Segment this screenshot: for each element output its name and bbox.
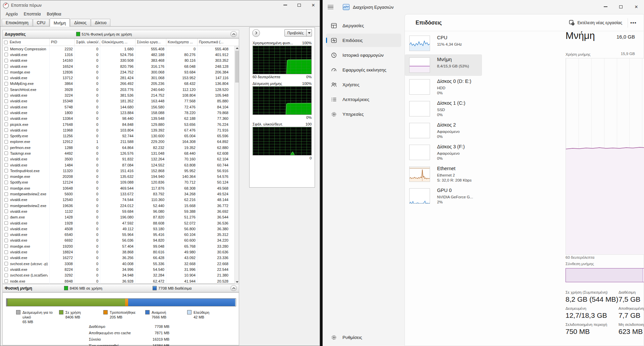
- process-checkbox[interactable]: [4, 122, 8, 126]
- process-checkbox[interactable]: [4, 128, 8, 132]
- tab-overview[interactable]: Επισκόπηση: [2, 19, 33, 26]
- process-row[interactable]: vivaldi.exe 3500 0 91.832 132.264 70.160…: [3, 156, 239, 162]
- process-checkbox[interactable]: [4, 117, 8, 120]
- select-all-checkbox[interactable]: [4, 41, 8, 44]
- perf-item-gpu[interactable]: GPU 0 NVIDIA GeForce G... 2%: [405, 185, 482, 207]
- column-pid[interactable]: PID: [50, 39, 75, 46]
- process-checkbox[interactable]: [4, 192, 8, 196]
- tm-minimize-button[interactable]: [598, 0, 613, 13]
- column-shareable[interactable]: Κοινόχρηστα ...: [166, 39, 198, 46]
- process-checkbox[interactable]: [4, 204, 8, 207]
- process-row[interactable]: vivaldi.exe 8224 0 34.996 54.540 31.996 …: [3, 266, 239, 272]
- process-row[interactable]: vivaldi.exe 1928 0 47.592 88.608 52.072 …: [3, 220, 239, 226]
- sidebar-item-performance[interactable]: Επιδόσεις: [326, 34, 401, 47]
- process-row[interactable]: Taskmgr.exe 4492 0 126.576 131.048 68.44…: [3, 150, 239, 156]
- process-checkbox[interactable]: [4, 233, 8, 237]
- process-row[interactable]: Spotify.exe 12124 0 109.088 120.836 70.7…: [3, 180, 239, 185]
- process-row[interactable]: picpick.exe 17648 0 84.848 129.880 53.65…: [3, 121, 239, 127]
- process-checkbox[interactable]: [4, 169, 8, 172]
- process-row[interactable]: vivaldi.exe 1484 0 87.084 124.552 63.808…: [3, 162, 239, 168]
- process-row[interactable]: explorer.exe 12912 1 211.588 229.200 164…: [3, 139, 239, 145]
- process-row[interactable]: msedge.exe 20208 0 135.632 194.940 140.3…: [3, 174, 239, 180]
- process-checkbox[interactable]: [4, 157, 8, 161]
- sidebar-item-processes[interactable]: Διεργασίες: [326, 19, 401, 32]
- sidebar-item-startup-apps[interactable]: Εφαρμογές εκκίνησης: [326, 63, 401, 77]
- process-row[interactable]: vivaldi.exe 6540 0 55.964 95.416 60.104 …: [3, 232, 239, 238]
- menu-file[interactable]: Αρχείο: [3, 11, 20, 17]
- process-row[interactable]: msedge.exe 10648 0 469.544 117.876 68.30…: [3, 185, 239, 191]
- table-scrollbar[interactable]: [234, 46, 239, 284]
- process-row[interactable]: MsMpEng.exe 3864 0 266.492 205.236 68.43…: [3, 81, 239, 87]
- process-checkbox[interactable]: [4, 163, 8, 167]
- process-row[interactable]: vivaldi.exe 1316 0 524.756 482.188 80.27…: [3, 52, 239, 57]
- process-checkbox[interactable]: [4, 175, 8, 179]
- process-checkbox[interactable]: [4, 181, 8, 184]
- perf-item-memory[interactable]: Μνήμη 8,4/15,9 GB (53%): [405, 54, 482, 76]
- process-row[interactable]: vivaldi.exe 15348 0 181.352 163.448 77.5…: [3, 98, 239, 104]
- maximize-button[interactable]: [295, 2, 304, 8]
- process-checkbox[interactable]: [4, 256, 8, 260]
- scroll-up-arrow[interactable]: [235, 46, 239, 50]
- sidebar-item-settings[interactable]: Ρυθμίσεις: [326, 331, 401, 344]
- more-options-button[interactable]: •••: [628, 18, 639, 28]
- process-checkbox[interactable]: [4, 151, 8, 155]
- sidebar-item-services[interactable]: Υπηρεσίες: [326, 107, 401, 121]
- process-row[interactable]: vivaldi.exe 18824 0 38.868 80.616 49.980…: [3, 249, 239, 255]
- process-checkbox[interactable]: [4, 53, 8, 56]
- process-checkbox[interactable]: [4, 76, 8, 80]
- process-row[interactable]: vivaldi.exe 11968 0 103.804 139.392 67.4…: [3, 127, 239, 133]
- tab-network[interactable]: Δίκτυο: [91, 19, 111, 26]
- process-checkbox[interactable]: [4, 99, 8, 103]
- process-row[interactable]: Spotify.exe 11256 0 92.744 130.600 65.00…: [3, 133, 239, 139]
- taskmgr-titlebar[interactable]: Διαχείριση Εργασιών ✕: [323, 0, 644, 14]
- tm-close-button[interactable]: ✕: [629, 0, 644, 13]
- expand-panel-button[interactable]: [252, 29, 260, 37]
- tm-maximize-button[interactable]: [613, 0, 629, 13]
- process-checkbox[interactable]: [4, 274, 8, 277]
- process-row[interactable]: vivaldi.exe 16272 0 36.256 66.428 43.092…: [3, 255, 239, 261]
- tab-memory[interactable]: Μνήμη: [50, 18, 70, 27]
- process-checkbox[interactable]: [4, 239, 8, 242]
- run-new-task-button[interactable]: Εκτέλεση νέας εργασίας: [566, 18, 626, 28]
- process-row[interactable]: vivaldi.exe 4508 0 49.112 93.180 56.800 …: [3, 226, 239, 232]
- process-checkbox[interactable]: [4, 215, 8, 219]
- process-row[interactable]: msedge.exe 19200 0 57.404 99.048 65.768 …: [3, 243, 239, 249]
- perf-item-disk3[interactable]: Δίσκος 3 (F:) Αφαιρούμενο 0%: [405, 142, 482, 163]
- process-row[interactable]: vivaldi.exe 12540 0 74.544 110.360 62.21…: [3, 197, 239, 203]
- close-button[interactable]: ✕: [309, 2, 318, 8]
- process-row[interactable]: vivaldi.exe 13364 0 98.440 139.548 62.18…: [3, 116, 239, 121]
- process-row[interactable]: vivaldi.exe 13712 0 281.424 301.068 153.…: [3, 75, 239, 81]
- column-hard-faults[interactable]: Σφάλ. υλικού/...: [75, 39, 100, 46]
- process-checkbox[interactable]: [4, 186, 8, 190]
- process-row[interactable]: Memory Compression 2232 0 1.680 555.408 …: [3, 46, 239, 52]
- composition-in-use-segment[interactable]: [566, 268, 643, 282]
- process-checkbox[interactable]: [4, 82, 8, 86]
- process-row[interactable]: vivaldi.exe 1800 0 123.884 158.088 78.22…: [3, 110, 239, 115]
- process-row[interactable]: dwm.exe 1428 0 196.080 87.820 51.276 36.…: [3, 214, 239, 220]
- process-checkbox[interactable]: [4, 47, 8, 51]
- process-checkbox[interactable]: [4, 111, 8, 114]
- process-checkbox[interactable]: [4, 250, 8, 254]
- process-checkbox[interactable]: [4, 70, 8, 74]
- process-row[interactable]: node.exe 8848 0 36.928 62.472 41.944 20.…: [3, 278, 239, 284]
- process-row[interactable]: msedgewebview2.exe 5600 0 133.672 83.792…: [3, 191, 239, 197]
- process-row[interactable]: svchost.exe (LocalServiceNo... 3292 0 34…: [3, 273, 239, 278]
- process-checkbox[interactable]: [4, 262, 8, 265]
- process-checkbox[interactable]: [4, 88, 8, 91]
- collapse-physical-memory-button[interactable]: [230, 285, 237, 291]
- collapse-processes-button[interactable]: [230, 31, 237, 37]
- process-checkbox[interactable]: [4, 198, 8, 202]
- perf-item-cpu[interactable]: CPU 11% 4,34 GHz: [405, 33, 482, 54]
- process-checkbox[interactable]: [4, 244, 8, 248]
- sidebar-item-details[interactable]: Λεπτομέρειες: [326, 93, 401, 106]
- process-row[interactable]: vivaldi.exe 3224 0 381.536 214.752 108.8…: [3, 92, 239, 98]
- resmon-titlebar[interactable]: Εποπτεία πόρων ✕: [0, 0, 320, 10]
- process-checkbox[interactable]: [4, 227, 8, 231]
- process-row[interactable]: SearchHost.exe 3928 0 203.776 240.640 11…: [3, 87, 239, 92]
- tab-disk[interactable]: Δίσκος: [70, 19, 90, 26]
- perf-item-disk0[interactable]: Δίσκος 0 (D: E:) HDD 0%: [405, 76, 482, 98]
- process-checkbox[interactable]: [4, 267, 8, 271]
- perf-item-disk2[interactable]: Δίσκος 2 Αφαιρούμενο 0%: [405, 120, 482, 141]
- column-image[interactable]: Εικόνα: [3, 39, 50, 46]
- process-checkbox[interactable]: [4, 94, 8, 97]
